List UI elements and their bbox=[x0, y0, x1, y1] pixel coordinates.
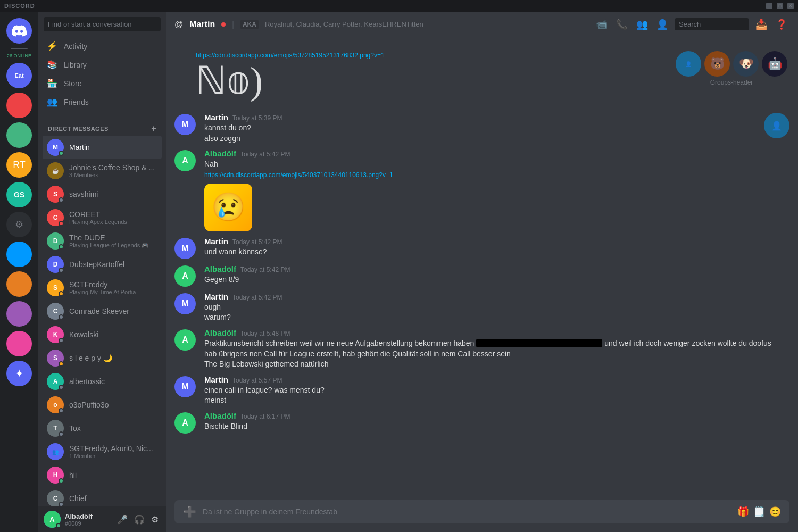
group-avatar-2[interactable]: 🐻 bbox=[704, 51, 730, 77]
dm-search-area bbox=[38, 12, 166, 37]
deafen-button[interactable]: 🎧 bbox=[132, 512, 147, 527]
emoji-link-1[interactable]: https://cdn.discordapp.com/emojis/537285… bbox=[196, 52, 385, 59]
dm-avatar-o3o: o bbox=[47, 396, 64, 413]
dm-avatar-martin: M bbox=[47, 139, 64, 156]
gif-button[interactable]: 🎁 bbox=[737, 506, 749, 518]
chat-input[interactable] bbox=[203, 508, 731, 516]
dm-name-wrap-martin: Martin bbox=[69, 143, 90, 152]
dm-item-coreet[interactable]: C COREET Playing Apex Legends bbox=[43, 206, 162, 229]
msg-content-7: Martin Today at 5:57 PM einen call in le… bbox=[204, 375, 789, 406]
sticker-button[interactable]: 🗒️ bbox=[753, 506, 765, 518]
dm-item-o3o[interactable]: o o3oPuffio3o bbox=[43, 393, 162, 417]
dm-sub-coreet: Playing Apex Legends bbox=[69, 219, 127, 225]
dm-item-tox[interactable]: T Tox bbox=[43, 417, 162, 440]
server-icon-5[interactable]: GS bbox=[6, 182, 32, 207]
dm-item-sgtfreddy2[interactable]: 👥 SGTFreddy, Akuri0, Nic... 1 Member bbox=[43, 440, 162, 463]
dm-item-savshimi[interactable]: S savshimi bbox=[43, 182, 162, 206]
app-title: DISCORD bbox=[4, 3, 35, 9]
msg-header-2: Albadölf Today at 5:42 PM bbox=[204, 149, 789, 158]
status-dot-sgtfreddy bbox=[59, 291, 64, 296]
server-icon-11[interactable]: ✦ bbox=[6, 361, 32, 386]
status-dot-kowalski bbox=[59, 338, 64, 343]
dm-name-wrap-johnies: Johnie's Coffee Shop & ... 3 Members bbox=[69, 163, 155, 178]
dm-name-kowalski: Kowalski bbox=[69, 330, 98, 339]
dm-sub-sgtfreddy2: 1 Member bbox=[69, 453, 153, 459]
dm-item-hii[interactable]: H hii bbox=[43, 463, 162, 487]
user-status-indicator bbox=[221, 22, 226, 27]
nav-item-activity[interactable]: ⚡ Activity bbox=[43, 37, 162, 55]
dm-item-martin[interactable]: M Martin bbox=[43, 136, 162, 159]
mute-button[interactable]: 🎤 bbox=[115, 512, 130, 527]
header-search-input[interactable] bbox=[675, 18, 749, 30]
add-friend-button[interactable]: 👥 bbox=[634, 16, 650, 32]
msg-timestamp-4: Today at 5:42 PM bbox=[240, 266, 290, 273]
dm-item-johnies[interactable]: ☕ Johnie's Coffee Shop & ... 3 Members bbox=[43, 159, 162, 182]
emoji-button[interactable]: 😊 bbox=[769, 506, 781, 518]
msg-username-7: Martin bbox=[204, 375, 228, 384]
nav-item-library[interactable]: 📚 Library bbox=[43, 55, 162, 74]
add-dm-icon[interactable]: + bbox=[151, 124, 156, 134]
msg-text-7a: einen call in league? was menst du? bbox=[204, 385, 789, 396]
dm-name-albertossic: albertossic bbox=[69, 377, 105, 386]
video-call-button[interactable]: 📹 bbox=[594, 16, 610, 32]
message-group-5: M Martin Today at 5:42 PM ough warum? bbox=[166, 290, 798, 325]
add-dm-button[interactable]: 👤 bbox=[654, 16, 670, 32]
server-icon-9[interactable] bbox=[6, 301, 32, 327]
dm-avatar-dubstep: D bbox=[47, 256, 64, 273]
dm-item-albertossic[interactable]: A albertossic bbox=[43, 370, 162, 393]
dm-name-johnies: Johnie's Coffee Shop & ... bbox=[69, 163, 155, 172]
dm-avatar-johnies: ☕ bbox=[47, 162, 64, 179]
dm-item-kowalski[interactable]: K Kowalski bbox=[43, 323, 162, 346]
help-button[interactable]: ❓ bbox=[774, 16, 789, 32]
dm-sidebar: ⚡ Activity 📚 Library 🏪 Store 👥 Friends D… bbox=[38, 12, 166, 532]
msg-timestamp-8: Today at 6:17 PM bbox=[240, 413, 290, 420]
group-avatar-3[interactable]: 🐶 bbox=[733, 51, 759, 77]
msg-avatar-martin-1: M bbox=[174, 114, 196, 135]
nav-label-friends: Friends bbox=[64, 98, 89, 106]
maximize-button[interactable]: □ bbox=[777, 3, 783, 9]
voice-call-button[interactable]: 📞 bbox=[614, 16, 630, 32]
messages-area[interactable]: https://cdn.discordapp.com/emojis/537285… bbox=[166, 37, 798, 500]
dm-avatar-sgtfreddy: S bbox=[47, 279, 64, 296]
dm-item-dubstep[interactable]: D DubstepKartoffel bbox=[43, 253, 162, 276]
dm-item-sleepy[interactable]: S s l e e p y 🌙 bbox=[43, 346, 162, 370]
server-icon-6[interactable]: ⚙ bbox=[6, 212, 32, 237]
search-input[interactable] bbox=[44, 17, 161, 31]
dm-item-thedude[interactable]: D The DUDE Playing League of Legends 🎮 bbox=[43, 229, 162, 253]
dm-name-wrap-coreet: COREET Playing Apex Legends bbox=[69, 210, 127, 225]
server-icon-8[interactable] bbox=[6, 271, 32, 297]
server-icon-7[interactable] bbox=[6, 242, 32, 267]
group-avatar-1[interactable]: 👤 bbox=[676, 51, 701, 77]
msg-text-6a: Praktikumsbericht schreiben weil wir ne … bbox=[204, 338, 789, 349]
server-icon-4[interactable]: RT bbox=[6, 152, 32, 178]
chat-input-area: ➕ 🎁 🗒️ 😊 bbox=[166, 500, 798, 532]
dm-item-comrade[interactable]: C Comrade Skeever bbox=[43, 300, 162, 323]
user-avatar: A bbox=[44, 511, 61, 528]
nav-item-store[interactable]: 🏪 Store bbox=[43, 74, 162, 93]
server-icon-eat[interactable]: Eat bbox=[6, 63, 32, 88]
message-group-2: A Albadölf Today at 5:42 PM Nah https://… bbox=[166, 147, 798, 234]
msg-content-5: Martin Today at 5:42 PM ough warum? bbox=[204, 292, 789, 323]
nav-item-friends[interactable]: 👥 Friends bbox=[43, 93, 162, 111]
chat-add-button[interactable]: ➕ bbox=[183, 505, 196, 518]
status-dot-martin bbox=[59, 151, 64, 156]
server-divider bbox=[11, 48, 28, 49]
server-icon-3[interactable] bbox=[6, 122, 32, 148]
discord-home-button[interactable] bbox=[6, 18, 32, 44]
server-icon-2[interactable] bbox=[6, 93, 32, 118]
settings-button[interactable]: ⚙ bbox=[149, 512, 161, 527]
minimize-button[interactable]: ─ bbox=[766, 3, 772, 9]
msg-avatar-albadolf-4: A bbox=[174, 412, 196, 434]
group-avatar-4[interactable]: 🤖 bbox=[762, 51, 787, 77]
inbox-button[interactable]: 📥 bbox=[753, 16, 769, 32]
msg-link-2[interactable]: https://cdn.discordapp.com/emojis/540371… bbox=[204, 171, 393, 179]
message-group-7: M Martin Today at 5:57 PM einen call in … bbox=[166, 373, 798, 408]
dm-avatar-thedude: D bbox=[47, 232, 64, 250]
close-button[interactable]: ✕ bbox=[787, 3, 794, 9]
server-sidebar: 26 ONLINE Eat RT GS ⚙ ✦ bbox=[0, 12, 38, 532]
status-dot-tox bbox=[59, 431, 64, 437]
dm-item-chief[interactable]: C Chief bbox=[43, 487, 162, 506]
server-icon-10[interactable] bbox=[6, 331, 32, 356]
dm-item-sgtfreddy[interactable]: S SGTFreddy Playing My Time At Portia bbox=[43, 276, 162, 300]
activity-icon: ⚡ bbox=[47, 41, 57, 51]
